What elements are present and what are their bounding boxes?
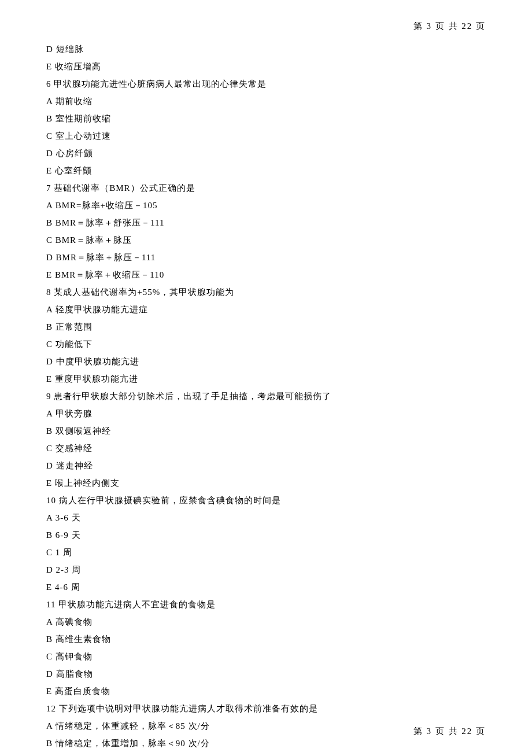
text-line: D 迷走神经: [46, 457, 486, 474]
text-line: E BMR＝脉率＋收缩压－110: [46, 266, 486, 283]
text-line: A 3-6 天: [46, 509, 486, 526]
text-line: B 双侧喉返神经: [46, 422, 486, 440]
text-line: E 收缩压增高: [46, 58, 486, 75]
text-line: 6 甲状腺功能亢进性心脏病病人最常出现的心律失常是: [46, 75, 486, 93]
text-line: B 正常范围: [46, 318, 486, 335]
text-line: D 2-3 周: [46, 561, 486, 578]
footer-page-number: 第 3 页 共 22 页: [413, 722, 486, 740]
text-line: B BMR＝脉率＋舒张压－111: [46, 214, 486, 231]
text-line: C 交感神经: [46, 440, 486, 457]
text-line: D 高脂食物: [46, 665, 486, 683]
text-line: A 轻度甲状腺功能亢进症: [46, 301, 486, 318]
text-line: D 中度甲状腺功能亢进: [46, 353, 486, 370]
text-line: B 6-9 天: [46, 526, 486, 544]
text-line: E 4-6 周: [46, 578, 486, 596]
text-line: B 室性期前收缩: [46, 110, 486, 127]
text-line: A 高碘食物: [46, 613, 486, 630]
text-line: 10 病人在行甲状腺摄碘实验前，应禁食含碘食物的时间是: [46, 492, 486, 509]
text-line: A 期前收缩: [46, 93, 486, 110]
text-line: C 高钾食物: [46, 648, 486, 665]
text-line: 12 下列选项中说明对甲状腺功能亢进病人才取得术前准备有效的是: [46, 700, 486, 717]
text-line: E 重度甲状腺功能亢进: [46, 370, 486, 388]
text-line: A 甲状旁腺: [46, 405, 486, 422]
text-line: E 高蛋白质食物: [46, 683, 486, 700]
text-line: 9 患者行甲状腺大部分切除术后，出现了手足抽搐，考虑最可能损伤了: [46, 388, 486, 405]
text-line: 11 甲状腺功能亢进病人不宜进食的食物是: [46, 596, 486, 613]
document-content: D 短绌脉 E 收缩压增高 6 甲状腺功能亢进性心脏病病人最常出现的心律失常是 …: [46, 40, 486, 752]
text-line: D BMR＝脉率＋脉压－111: [46, 249, 486, 266]
header-page-number: 第 3 页 共 22 页: [46, 17, 486, 35]
text-line: D 短绌脉: [46, 40, 486, 58]
text-line: C 室上心动过速: [46, 127, 486, 145]
text-line: E 喉上神经内侧支: [46, 474, 486, 492]
text-line: C 功能低下: [46, 335, 486, 353]
text-line: 7 基础代谢率（BMR）公式正确的是: [46, 179, 486, 197]
text-line: C 1 周: [46, 544, 486, 561]
text-line: A BMR=脉率+收缩压－105: [46, 197, 486, 214]
text-line: B 高维生素食物: [46, 630, 486, 648]
text-line: E 心室纤颤: [46, 162, 486, 179]
text-line: C BMR＝脉率＋脉压: [46, 231, 486, 249]
text-line: 8 某成人基础代谢率为+55%，其甲状腺功能为: [46, 283, 486, 301]
text-line: D 心房纤颤: [46, 145, 486, 162]
